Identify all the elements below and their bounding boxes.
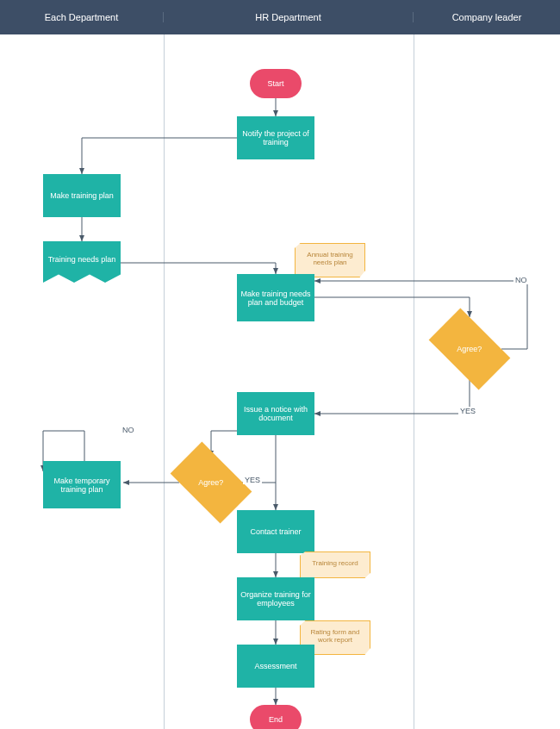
- training-record-annotation: Training record: [300, 551, 370, 578]
- organize-training-node: Organize training for employees: [237, 577, 314, 620]
- lane-header-company-leader: Company leader: [414, 12, 560, 22]
- annual-training-annotation: Annual training needs plan: [295, 243, 365, 277]
- training-needs-plan-doc: Training needs plan: [43, 241, 121, 283]
- lane-divider-2: [414, 34, 414, 729]
- start-node: Start: [250, 69, 302, 98]
- edge-label-yes-1: YES: [458, 407, 477, 415]
- end-node: End: [250, 705, 302, 729]
- lane-header-hr-department: HR Department: [164, 12, 414, 22]
- lane-header-each-department: Each Department: [0, 12, 164, 22]
- make-needs-budget-node: Make training needs plan and budget: [237, 274, 314, 321]
- flowchart-canvas: Start Notify the project of training Mak…: [0, 34, 560, 729]
- lane-divider-1: [164, 34, 165, 729]
- agree-decision-1: Agree?: [429, 308, 511, 390]
- assessment-node: Assessment: [237, 645, 314, 688]
- edge-label-no-1: NO: [513, 276, 529, 284]
- edge-label-no-2: NO: [121, 426, 136, 434]
- edge-label-yes-2: YES: [243, 476, 262, 484]
- make-training-plan-node: Make training plan: [43, 174, 121, 217]
- notify-project-node: Notify the project of training: [237, 116, 314, 159]
- contact-trainer-node: Contact trainer: [237, 510, 314, 553]
- issue-notice-node: Issue a notice with document: [237, 392, 314, 435]
- swimlane-header: Each Department HR Department Company le…: [0, 0, 560, 34]
- make-temporary-plan-node: Make temporary training plan: [43, 461, 121, 508]
